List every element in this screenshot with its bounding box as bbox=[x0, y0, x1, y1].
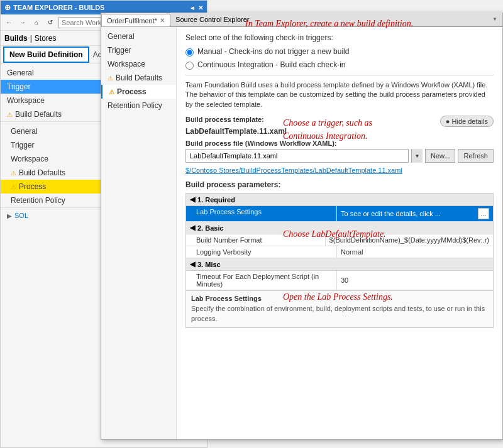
nav-store: Stores bbox=[35, 34, 57, 43]
source-control-label: Source Control Explorer bbox=[175, 16, 249, 23]
params-value-text-3: Normal bbox=[341, 248, 363, 256]
params-row-lab-process[interactable]: Lab Process Settings To see or edit the … bbox=[186, 206, 493, 222]
hide-details-label: Hide details bbox=[452, 117, 488, 125]
params-value-text-2: $(BuildDefinitionName)_$(Date:yyyyMMdd)$… bbox=[329, 236, 489, 244]
process-file-row: ▼ New... Refresh bbox=[185, 149, 494, 163]
process-description: Team Foundation Build uses a build proce… bbox=[185, 80, 494, 109]
main-panel: OrderFulfilment* ✕ Source Control Explor… bbox=[101, 13, 503, 440]
radio-manual-label: Manual - Check-ins do not trigger a new … bbox=[197, 47, 349, 56]
file-dropdown-arrow[interactable]: ▼ bbox=[411, 149, 423, 163]
section-divider bbox=[185, 75, 494, 75]
tab-label: OrderFulfilment* bbox=[107, 17, 157, 25]
params-value-timeout: 30 bbox=[337, 271, 493, 290]
tree-arrow-icon: ▶ bbox=[7, 212, 12, 219]
radio-manual[interactable] bbox=[185, 48, 194, 57]
nav-separator: | bbox=[30, 34, 32, 43]
collapse-icon: ◀ bbox=[190, 195, 195, 204]
params-section-required[interactable]: ◀ 1. Required bbox=[186, 194, 493, 206]
file-label: Build process file (Windows Workflow XAM… bbox=[185, 139, 494, 147]
radio-ci[interactable] bbox=[185, 62, 194, 70]
warning-icon: ⚠ bbox=[7, 111, 13, 118]
nav-item-label: General bbox=[108, 32, 135, 41]
collapse-icon-2: ◀ bbox=[190, 224, 195, 232]
section-label: 1. Required bbox=[197, 196, 235, 204]
sidebar-item-label: Workspace bbox=[11, 155, 48, 163]
params-footer: Lab Process Settings Specify the combina… bbox=[185, 291, 494, 328]
nav-item-label: Process bbox=[117, 87, 146, 96]
sidebar-item-label: General bbox=[11, 127, 38, 136]
main-left-nav: General Trigger Workspace ⚠ Build Defaul… bbox=[101, 27, 177, 439]
params-row-logging[interactable]: Logging Verbosity Normal bbox=[186, 246, 493, 258]
collapse-icon-3: ◀ bbox=[190, 260, 195, 268]
back-button[interactable]: ← bbox=[3, 17, 14, 28]
template-value: LabDefaultTemplate.11.xaml bbox=[185, 127, 494, 136]
params-key-build-number: Build Number Format bbox=[186, 234, 326, 246]
main-tabs-bar: OrderFulfilment* ✕ Source Control Explor… bbox=[101, 13, 502, 27]
main-content: General Trigger Workspace ⚠ Build Defaul… bbox=[101, 27, 502, 439]
hide-details-button[interactable]: ● Hide details bbox=[440, 116, 494, 127]
close-icon[interactable]: ✕ bbox=[198, 4, 203, 11]
params-key-logging: Logging Verbosity bbox=[186, 246, 337, 258]
nav-item-process[interactable]: ⚠ Process bbox=[101, 85, 176, 99]
nav-item-retention[interactable]: Retention Policy bbox=[101, 99, 176, 112]
nav-item-label: Workspace bbox=[108, 60, 145, 68]
refresh-button[interactable]: ↺ bbox=[45, 17, 56, 28]
params-row-build-number[interactable]: Build Number Format $(BuildDefinitionNam… bbox=[186, 234, 493, 246]
nav-item-trigger[interactable]: Trigger bbox=[101, 43, 176, 57]
tab-order-fulfillment[interactable]: OrderFulfilment* ✕ bbox=[101, 14, 170, 26]
te-title-text: TEAM EXPLORER - BUILDS bbox=[13, 4, 104, 11]
warning-icon-nav: ⚠ bbox=[108, 75, 113, 82]
pin-icon[interactable]: ◄ bbox=[189, 4, 196, 11]
trigger-heading: Select one of the following check-in tri… bbox=[185, 33, 494, 42]
source-control-dropdown-icon[interactable]: ▼ bbox=[492, 16, 497, 22]
params-key-lab: Lab Process Settings bbox=[186, 206, 337, 221]
radio-ci-label: Continuous Integration - Build each chec… bbox=[197, 60, 345, 69]
new-process-button[interactable]: New... bbox=[425, 149, 456, 163]
params-section-misc[interactable]: ◀ 3. Misc bbox=[186, 258, 493, 271]
refresh-process-button[interactable]: Refresh bbox=[458, 149, 494, 163]
forward-button[interactable]: → bbox=[17, 17, 28, 28]
nav-item-general[interactable]: General bbox=[101, 30, 176, 43]
params-value-logging: Normal bbox=[337, 246, 493, 258]
te-controls[interactable]: ◄ ✕ bbox=[189, 4, 203, 11]
home-button[interactable]: ⌂ bbox=[31, 17, 42, 28]
process-file-input[interactable] bbox=[185, 149, 409, 163]
sidebar-item-label: Workspace bbox=[7, 96, 45, 105]
warning-icon-3: ⚠ bbox=[11, 183, 16, 190]
sidebar-item-label: Retention Policy bbox=[11, 196, 65, 205]
section-label-2: 2. Basic bbox=[197, 224, 224, 232]
params-value-lab: To see or edit the details, click ... ..… bbox=[337, 206, 493, 221]
params-row-timeout[interactable]: Timeout For Each Deployment Script (in M… bbox=[186, 271, 493, 290]
sidebar-item-label: Trigger bbox=[11, 141, 35, 150]
params-table: ◀ 1. Required Lab Process Settings To se… bbox=[185, 193, 494, 291]
new-build-definition-button[interactable]: New Build Definition bbox=[3, 46, 89, 63]
sidebar-item-label: Build Defaults bbox=[15, 110, 62, 119]
radio-ci-group: Continuous Integration - Build each chec… bbox=[185, 60, 494, 70]
ellipsis-button[interactable]: ... bbox=[478, 208, 489, 219]
params-footer-title: Lab Process Settings bbox=[191, 295, 488, 302]
tab-close-icon[interactable]: ✕ bbox=[160, 17, 165, 24]
trigger-section: Select one of the following check-in tri… bbox=[185, 33, 494, 70]
params-header: Build process parameters: bbox=[185, 180, 494, 189]
nav-item-workspace[interactable]: Workspace bbox=[101, 57, 176, 71]
nav-item-builddefaults[interactable]: ⚠ Build Defaults bbox=[101, 71, 176, 85]
nav-builds: Builds bbox=[4, 34, 28, 43]
sidebar-item-label: Build Defaults bbox=[19, 168, 65, 177]
process-section: Team Foundation Build uses a build proce… bbox=[185, 80, 494, 328]
sidebar-item-label: Trigger bbox=[7, 82, 31, 91]
warning-icon-2: ⚠ bbox=[11, 170, 16, 177]
nav-item-label: Trigger bbox=[108, 46, 131, 55]
params-section-basic[interactable]: ◀ 2. Basic bbox=[186, 222, 493, 234]
nav-item-label: Build Defaults bbox=[116, 74, 162, 82]
main-right-content: Select one of the following check-in tri… bbox=[177, 27, 502, 439]
template-header-row: ● Hide details Build process template: bbox=[185, 116, 494, 127]
source-control-tab[interactable]: Source Control Explorer ▼ bbox=[170, 13, 502, 26]
version-path-link[interactable]: $/Contoso Stores/BuildProcessTemplates/L… bbox=[185, 167, 494, 174]
params-value-text: To see or edit the details, click ... bbox=[341, 210, 441, 217]
params-value-build-number: $(BuildDefinitionName)_$(Date:yyyyMMdd)$… bbox=[326, 234, 493, 246]
sol-label: SOL bbox=[14, 212, 28, 219]
warning-icon-nav-2: ⚠ bbox=[109, 89, 114, 96]
sidebar-item-label: General bbox=[7, 68, 34, 77]
section-label-3: 3. Misc bbox=[197, 261, 221, 268]
nav-item-label: Retention Policy bbox=[108, 101, 162, 110]
